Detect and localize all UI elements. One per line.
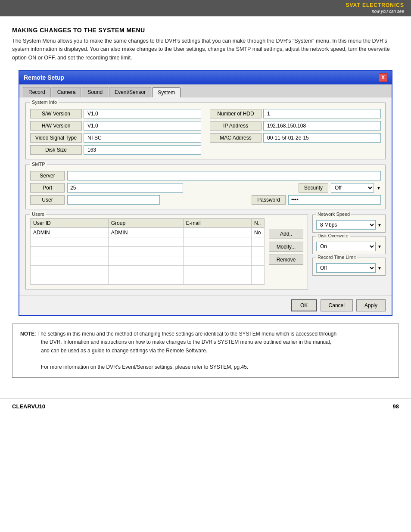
col-email: E-mail bbox=[183, 219, 251, 228]
dialog-title: Remote Setup bbox=[24, 74, 64, 81]
users-controls: Add.. Modify... Remove bbox=[269, 218, 303, 285]
smtp-server-input[interactable] bbox=[67, 171, 381, 180]
col-group: Group bbox=[108, 219, 183, 228]
cell-n bbox=[252, 256, 265, 266]
remove-user-button[interactable]: Remove bbox=[269, 255, 303, 265]
smtp-label: SMTP bbox=[30, 162, 47, 167]
footer-model: CLEARVU10 bbox=[12, 403, 45, 410]
cell-n: No bbox=[252, 228, 265, 237]
apply-button[interactable]: Apply bbox=[356, 299, 386, 311]
smtp-security-chevron-icon: ▼ bbox=[377, 186, 381, 190]
disk-size-spacer bbox=[210, 145, 381, 155]
table-row[interactable] bbox=[31, 247, 265, 256]
brand-tagline: now you can see bbox=[346, 9, 404, 14]
cell-userid: ADMIN bbox=[31, 228, 109, 237]
network-speed-section: Network Speed 8 Mbps 4 Mbps 2 Mbps ▼ bbox=[312, 215, 386, 233]
hw-version-row: H/W Version V1.0 bbox=[30, 121, 201, 131]
smtp-section: SMTP Server Port Security Off bbox=[25, 165, 386, 209]
sw-version-row: S/W Version V1.0 bbox=[30, 109, 201, 118]
note-line1: NOTE: The settings in this menu and the … bbox=[20, 330, 391, 338]
hdd-count-row: Number of HDD 1 bbox=[210, 109, 381, 118]
hw-version-value: V1.0 bbox=[84, 121, 201, 131]
page-header: SVAT ELECTRONICS now you can see bbox=[0, 0, 411, 16]
cell-email bbox=[183, 256, 251, 266]
users-section: Users User ID Group E-mail N.. bbox=[25, 215, 308, 289]
note-box: NOTE: The settings in this menu and the … bbox=[12, 324, 399, 378]
page-content: MAKING CHANGES TO THE SYSTEM MENU The Sy… bbox=[0, 16, 411, 395]
table-row[interactable]: ADMIN ADMIN No bbox=[31, 228, 265, 237]
cell-email bbox=[183, 247, 251, 256]
note-line2: the DVR. Information and instructions on… bbox=[41, 338, 391, 346]
record-time-limit-select[interactable]: Off 1 Hr 2 Hr bbox=[316, 263, 376, 273]
tab-sound[interactable]: Sound bbox=[82, 87, 108, 97]
record-time-limit-section: Record Time Limit Off 1 Hr 2 Hr ▼ bbox=[312, 258, 386, 276]
users-table: User ID Group E-mail N.. ADMIN bbox=[30, 218, 265, 285]
cell-group bbox=[108, 266, 183, 275]
smtp-user-input[interactable] bbox=[67, 195, 160, 205]
remote-setup-dialog: Remote Setup X Record Camera Sound Event… bbox=[19, 70, 392, 316]
system-info-grid: S/W Version V1.0 Number of HDD 1 H/W Ver… bbox=[30, 109, 381, 155]
video-signal-label: Video Signal Type bbox=[30, 133, 82, 143]
smtp-password-label: Password bbox=[252, 195, 286, 205]
users-table-container: User ID Group E-mail N.. ADMIN bbox=[30, 218, 265, 285]
sw-version-value: V1.0 bbox=[84, 109, 201, 118]
smtp-user-label: User bbox=[30, 195, 65, 205]
network-speed-content: 8 Mbps 4 Mbps 2 Mbps ▼ bbox=[316, 220, 382, 230]
disk-overwrite-select[interactable]: On Off bbox=[316, 242, 376, 251]
tab-event-sensor[interactable]: Event/Sensor bbox=[109, 87, 151, 97]
smtp-server-label: Server bbox=[30, 171, 65, 180]
add-user-button[interactable]: Add.. bbox=[269, 229, 303, 239]
users-area: User ID Group E-mail N.. ADMIN bbox=[30, 218, 303, 285]
record-time-limit-content: Off 1 Hr 2 Hr ▼ bbox=[316, 263, 382, 273]
cell-userid bbox=[31, 237, 109, 247]
users-and-right: Users User ID Group E-mail N.. bbox=[25, 215, 386, 289]
cell-group bbox=[108, 256, 183, 266]
mac-address-value: 00-11-5f-01-2e-15 bbox=[263, 133, 381, 143]
modify-user-button[interactable]: Modify... bbox=[269, 242, 303, 252]
disk-size-row: Disk Size 163 bbox=[30, 145, 201, 155]
cell-group bbox=[108, 237, 183, 247]
hdd-count-label: Number of HDD bbox=[210, 109, 262, 118]
network-speed-chevron-icon: ▼ bbox=[377, 223, 382, 227]
cell-email bbox=[183, 275, 251, 285]
dialog-footer: OK Cancel Apply bbox=[19, 296, 392, 315]
cell-group: ADMIN bbox=[108, 228, 183, 237]
table-row[interactable] bbox=[31, 266, 265, 275]
hdd-count-value: 1 bbox=[263, 109, 381, 118]
cell-n bbox=[252, 275, 265, 285]
smtp-port-input[interactable] bbox=[67, 183, 183, 193]
mac-address-row: MAC Address 00-11-5f-01-2e-15 bbox=[210, 133, 381, 143]
tab-record[interactable]: Record bbox=[23, 87, 51, 97]
video-signal-row: Video Signal Type NTSC bbox=[30, 133, 201, 143]
disk-size-label: Disk Size bbox=[30, 145, 82, 155]
page-title: MAKING CHANGES TO THE SYSTEM MENU bbox=[12, 27, 399, 34]
ok-button[interactable]: OK bbox=[291, 299, 317, 311]
cancel-button[interactable]: Cancel bbox=[321, 299, 353, 311]
tab-system[interactable]: System bbox=[152, 87, 181, 97]
smtp-password-input[interactable] bbox=[288, 195, 381, 205]
brand: SVAT ELECTRONICS now you can see bbox=[346, 2, 404, 15]
table-row[interactable] bbox=[31, 256, 265, 266]
note-line4 bbox=[41, 355, 391, 363]
dialog-titlebar: Remote Setup X bbox=[19, 71, 392, 84]
table-row[interactable] bbox=[31, 275, 265, 285]
tab-camera[interactable]: Camera bbox=[52, 87, 81, 97]
note-line3: and can be used as a guide to change set… bbox=[41, 347, 391, 355]
sw-version-label: S/W Version bbox=[30, 109, 82, 118]
dialog-close-button[interactable]: X bbox=[379, 73, 387, 82]
dialog-body: System Info S/W Version V1.0 Number of H… bbox=[19, 97, 392, 296]
cell-email bbox=[183, 266, 251, 275]
tab-bar: Record Camera Sound Event/Sensor System bbox=[19, 84, 392, 97]
cell-userid bbox=[31, 266, 109, 275]
cell-n bbox=[252, 266, 265, 275]
cell-userid bbox=[31, 256, 109, 266]
footer-page-num: 98 bbox=[393, 403, 399, 410]
col-n: N.. bbox=[252, 219, 265, 228]
disk-overwrite-section: Disk Overwrite On Off ▼ bbox=[312, 236, 386, 254]
smtp-security-select[interactable]: Off On bbox=[331, 183, 374, 193]
users-label: Users bbox=[30, 212, 46, 217]
note-prefix: NOTE bbox=[20, 331, 34, 337]
table-row[interactable] bbox=[31, 237, 265, 247]
hw-version-label: H/W Version bbox=[30, 121, 82, 131]
network-speed-select[interactable]: 8 Mbps 4 Mbps 2 Mbps bbox=[316, 220, 376, 230]
